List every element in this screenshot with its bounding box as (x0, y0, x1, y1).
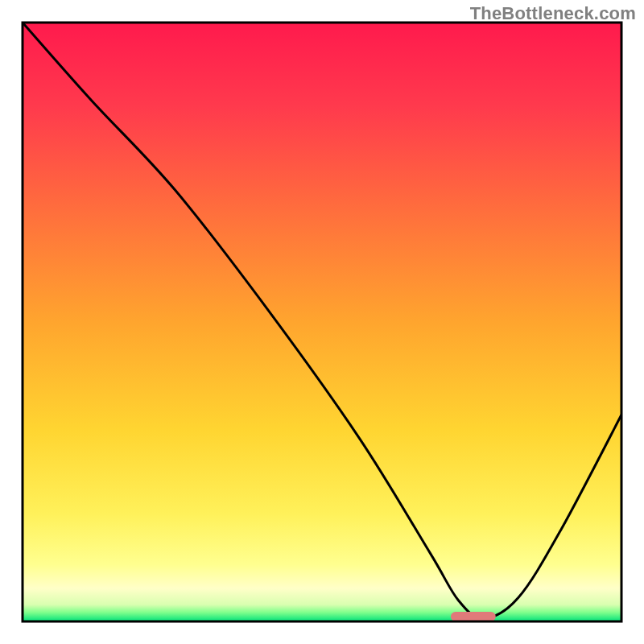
chart-stage: TheBottleneck.com (0, 0, 644, 644)
chart-svg (0, 0, 644, 644)
optimal-range-marker (451, 612, 496, 621)
gradient-background (23, 23, 621, 621)
watermark-text: TheBottleneck.com (470, 3, 636, 24)
